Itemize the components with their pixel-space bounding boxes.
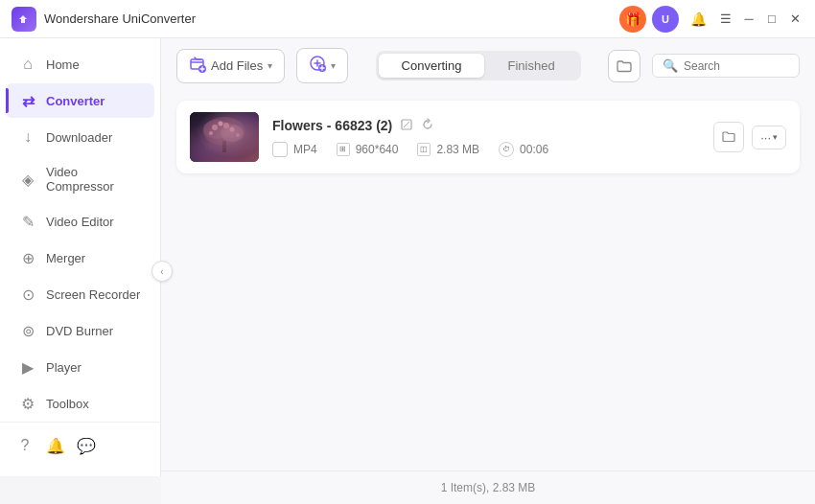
file-meta-row: MP4 ⊞ 960*640 ◫ 2.83 MB ⏱ 00:06 <box>272 142 700 157</box>
sidebar-item-screen-recorder[interactable]: ⊙ Screen Recorder <box>6 277 154 311</box>
home-icon: ⌂ <box>19 56 36 73</box>
titlebar-controls: 🎁 U 🔔 ☰ ─ □ ✕ <box>619 6 803 33</box>
notification-icon[interactable]: 🔔 <box>44 434 67 457</box>
file-size: ◫ 2.83 MB <box>417 143 479 156</box>
file-format: MP4 <box>272 142 317 157</box>
status-bar: 1 Item(s), 2.83 MB <box>161 470 815 504</box>
dvd-burner-icon: ⊚ <box>19 322 36 339</box>
converter-icon: ⇄ <box>19 92 36 109</box>
file-duration-label: 00:06 <box>520 143 548 156</box>
file-format-label: MP4 <box>293 143 317 156</box>
file-thumbnail-image <box>190 112 259 162</box>
svg-point-13 <box>209 131 213 135</box>
close-button[interactable]: ✕ <box>786 11 803 28</box>
collapse-icon: ‹ <box>160 266 163 277</box>
add-files-chevron: ▾ <box>268 60 272 71</box>
sidebar-item-video-editor-label: Video Editor <box>46 215 114 229</box>
edit-filename-icon[interactable] <box>400 118 413 134</box>
search-icon: 🔍 <box>663 58 678 73</box>
video-compressor-icon: ◈ <box>19 171 36 188</box>
sidebar-item-downloader[interactable]: ↓ Downloader <box>6 120 154 154</box>
add-vr-chevron: ▾ <box>331 60 336 71</box>
search-input[interactable] <box>684 59 789 73</box>
file-name-row: Flowers - 66823 (2) <box>272 118 700 134</box>
gift-button[interactable]: 🎁 <box>619 6 646 33</box>
add-files-label: Add Files <box>211 58 263 73</box>
open-folder-button[interactable] <box>713 122 744 152</box>
size-icon: ◫ <box>417 143 431 156</box>
menu-button[interactable]: ☰ <box>717 11 734 28</box>
file-name: Flowers - 66823 (2) <box>272 118 392 133</box>
format-icon <box>272 142 288 157</box>
sidebar-item-merger[interactable]: ⊕ Merger <box>6 241 154 275</box>
duration-icon: ⏱ <box>499 142 514 157</box>
svg-point-11 <box>223 123 229 128</box>
svg-point-9 <box>212 125 218 130</box>
sidebar-item-video-compressor[interactable]: ◈ Video Compressor <box>6 156 154 202</box>
sidebar-item-home-label: Home <box>46 57 80 72</box>
file-info: Flowers - 66823 (2) <box>272 118 700 157</box>
file-duration: ⏱ 00:06 <box>499 142 548 157</box>
app-body: ⌂ Home ⇄ Converter ↓ Downloader ◈ Video … <box>0 38 815 504</box>
file-item: Flowers - 66823 (2) <box>176 101 800 173</box>
user-button[interactable]: U <box>652 6 679 33</box>
sidebar-item-toolbox[interactable]: ⚙ Toolbox <box>6 386 154 421</box>
screen-recorder-icon: ⊙ <box>19 286 36 303</box>
sidebar-collapse-toggle[interactable]: ‹ <box>151 261 173 282</box>
file-size-label: 2.83 MB <box>436 143 479 156</box>
sidebar-item-screen-recorder-label: Screen Recorder <box>46 287 140 302</box>
file-actions: ··· ▾ <box>713 122 786 152</box>
help-icon[interactable]: ? <box>13 434 36 457</box>
add-vr-button[interactable]: ▾ <box>296 48 348 83</box>
sidebar-item-converter[interactable]: ⇄ Converter <box>6 83 154 118</box>
sidebar-item-home[interactable]: ⌂ Home <box>6 47 154 81</box>
toolbar: Add Files ▾ ▾ Converting Finishe <box>161 38 815 93</box>
file-thumbnail <box>190 112 259 162</box>
bell-button[interactable]: 🔔 <box>685 6 711 33</box>
sidebar-item-player-label: Player <box>46 360 82 375</box>
svg-point-7 <box>221 125 244 142</box>
svg-point-10 <box>219 122 223 126</box>
svg-rect-8 <box>222 141 226 152</box>
downloader-icon: ↓ <box>19 128 36 146</box>
sidebar-bottom: ? 🔔 💬 <box>0 422 160 469</box>
sidebar-item-merger-label: Merger <box>46 251 85 265</box>
sidebar-item-video-editor[interactable]: ✎ Video Editor <box>6 204 154 239</box>
app-logo <box>12 7 36 32</box>
tab-converting[interactable]: Converting <box>379 54 485 78</box>
file-resolution-label: 960*640 <box>356 143 399 156</box>
more-actions-button[interactable]: ··· ▾ <box>752 126 786 149</box>
maximize-button[interactable]: □ <box>763 11 780 28</box>
more-chevron-icon: ▾ <box>773 132 778 142</box>
sidebar-item-converter-label: Converter <box>46 94 105 108</box>
resolution-icon: ⊞ <box>337 143 350 156</box>
feedback-icon[interactable]: 💬 <box>75 434 98 457</box>
svg-point-14 <box>236 133 240 137</box>
search-box: 🔍 <box>652 54 800 78</box>
svg-point-5 <box>203 117 245 146</box>
file-list: Flowers - 66823 (2) <box>161 93 815 470</box>
sidebar-item-toolbox-label: Toolbox <box>46 397 89 411</box>
toolbox-icon: ⚙ <box>19 395 36 412</box>
add-vr-icon <box>309 55 326 77</box>
app-name: Wondershare UniConverter <box>44 11 619 26</box>
sidebar-item-player[interactable]: ▶ Player <box>6 350 154 384</box>
add-files-icon <box>189 56 206 77</box>
sidebar: ⌂ Home ⇄ Converter ↓ Downloader ◈ Video … <box>0 38 161 476</box>
add-files-button[interactable]: Add Files ▾ <box>176 49 285 83</box>
main-content: Add Files ▾ ▾ Converting Finishe <box>161 38 815 504</box>
minimize-button[interactable]: ─ <box>740 11 757 28</box>
file-resolution: ⊞ 960*640 <box>337 143 399 156</box>
tab-finished[interactable]: Finished <box>484 54 577 78</box>
sidebar-item-dvd-burner-label: DVD Burner <box>46 324 113 338</box>
refresh-icon[interactable] <box>421 118 434 134</box>
active-indicator <box>6 88 9 113</box>
sidebar-item-downloader-label: Downloader <box>46 130 112 145</box>
sidebar-item-dvd-burner[interactable]: ⊚ DVD Burner <box>6 313 154 348</box>
output-folder-button[interactable] <box>608 50 640 82</box>
status-text: 1 Item(s), 2.83 MB <box>441 481 536 494</box>
more-dots-icon: ··· <box>760 130 771 145</box>
svg-rect-4 <box>190 112 259 162</box>
merger-icon: ⊕ <box>19 249 36 266</box>
svg-point-6 <box>203 120 230 139</box>
